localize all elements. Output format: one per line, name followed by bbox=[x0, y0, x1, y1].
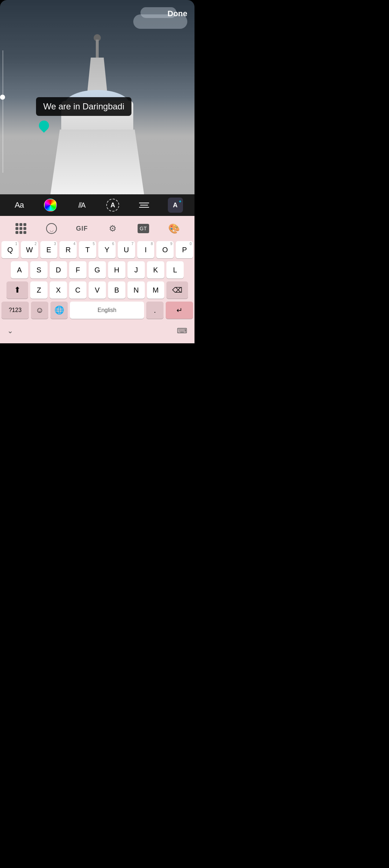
key-b[interactable]: B bbox=[108, 281, 125, 299]
sticker-button[interactable] bbox=[43, 220, 61, 238]
key-q[interactable]: Q1 bbox=[1, 241, 19, 258]
key-z[interactable]: Z bbox=[30, 281, 48, 299]
key-rows: Q1 W2 E3 R4 T5 Y6 U7 I8 O9 P0 A S D F G … bbox=[0, 241, 194, 319]
key-r[interactable]: R4 bbox=[59, 241, 77, 258]
key-a[interactable]: A bbox=[11, 261, 28, 279]
period-key[interactable]: . bbox=[146, 302, 164, 319]
opacity-slider-knob[interactable] bbox=[0, 95, 5, 100]
return-key[interactable]: ↵ bbox=[166, 302, 193, 319]
keyboard-area: GIF ⚙ GT 🎨 Q1 W2 E3 R4 T5 Y6 U7 bbox=[0, 216, 194, 343]
key-e[interactable]: E3 bbox=[40, 241, 58, 258]
key-x[interactable]: X bbox=[50, 281, 67, 299]
emoji-key[interactable]: ☺ bbox=[31, 302, 48, 319]
grid-icon bbox=[15, 223, 26, 234]
key-j[interactable]: J bbox=[128, 261, 145, 279]
color-picker-button[interactable] bbox=[41, 196, 60, 214]
keyboard-dismiss-icon[interactable]: ⌨ bbox=[177, 326, 187, 335]
key-row-2: A S D F G H J K L bbox=[1, 261, 193, 279]
key-t[interactable]: T5 bbox=[79, 241, 96, 258]
color-wheel-icon bbox=[44, 199, 57, 212]
chevron-down-icon[interactable]: ⌄ bbox=[7, 326, 13, 335]
aa-icon: Aa bbox=[15, 200, 24, 210]
opacity-slider-track bbox=[3, 50, 3, 173]
keyboard-bottom-bar: ⌄ ⌨ bbox=[0, 322, 194, 340]
backspace-key[interactable]: ⌫ bbox=[166, 281, 188, 299]
emoji-icon: ☺ bbox=[36, 306, 44, 315]
a-circle-icon: A bbox=[106, 199, 119, 212]
key-row-3: ⬆ Z X C V B N M ⌫ bbox=[1, 281, 193, 299]
key-v[interactable]: V bbox=[89, 281, 106, 299]
key-k[interactable]: K bbox=[147, 261, 164, 279]
gear-icon: ⚙ bbox=[109, 223, 117, 234]
shift-icon: ⬆ bbox=[14, 285, 21, 295]
key-i[interactable]: I8 bbox=[137, 241, 155, 258]
key-g[interactable]: G bbox=[89, 261, 106, 279]
period-label: . bbox=[154, 306, 156, 315]
apps-button[interactable] bbox=[12, 220, 30, 238]
key-o[interactable]: O9 bbox=[156, 241, 174, 258]
color-cursor[interactable] bbox=[39, 121, 49, 133]
key-c[interactable]: C bbox=[69, 281, 86, 299]
font-type-button[interactable]: //A bbox=[72, 196, 91, 214]
key-row-4: ?123 ☺ 🌐 English . ↵ bbox=[1, 302, 193, 319]
alignment-icon bbox=[139, 203, 149, 208]
photo-canvas[interactable]: Done We are in Daringbadi bbox=[0, 0, 194, 194]
globe-icon: 🌐 bbox=[54, 306, 64, 315]
space-key[interactable]: English bbox=[70, 302, 144, 319]
key-d[interactable]: D bbox=[50, 261, 67, 279]
translate-icon: GT bbox=[138, 224, 149, 233]
shift-key[interactable]: ⬆ bbox=[6, 281, 28, 299]
stupa-image bbox=[50, 79, 144, 194]
theme-button[interactable]: 🎨 bbox=[165, 220, 183, 238]
done-button[interactable]: Done bbox=[167, 9, 187, 18]
aplus-icon: A bbox=[168, 198, 183, 213]
language-label: English bbox=[98, 307, 116, 313]
text-toolbar: Aa //A A A bbox=[0, 194, 194, 216]
key-y[interactable]: Y6 bbox=[98, 241, 116, 258]
translate-button[interactable]: GT bbox=[134, 220, 152, 238]
alignment-button[interactable] bbox=[135, 196, 153, 214]
key-n[interactable]: N bbox=[128, 281, 145, 299]
face-icon bbox=[46, 223, 57, 234]
globe-key[interactable]: 🌐 bbox=[50, 302, 68, 319]
ai-text-button[interactable]: A bbox=[166, 196, 185, 214]
key-f[interactable]: F bbox=[69, 261, 86, 279]
numbers-label: ?123 bbox=[9, 307, 22, 313]
key-w[interactable]: W2 bbox=[21, 241, 38, 258]
backspace-icon: ⌫ bbox=[172, 286, 182, 294]
keyboard-icon-row: GIF ⚙ GT 🎨 bbox=[0, 216, 194, 241]
key-m[interactable]: M bbox=[147, 281, 164, 299]
font-style-button[interactable]: Aa bbox=[10, 196, 28, 214]
slash-icon: //A bbox=[78, 201, 85, 209]
gif-icon: GIF bbox=[76, 225, 88, 232]
key-u[interactable]: U7 bbox=[118, 241, 135, 258]
key-p[interactable]: P0 bbox=[176, 241, 193, 258]
settings-button[interactable]: ⚙ bbox=[104, 220, 122, 238]
return-icon: ↵ bbox=[176, 306, 183, 315]
palette-icon: 🎨 bbox=[168, 223, 180, 234]
gif-button[interactable]: GIF bbox=[73, 220, 91, 238]
key-row-1: Q1 W2 E3 R4 T5 Y6 U7 I8 O9 P0 bbox=[1, 241, 193, 258]
key-h[interactable]: H bbox=[108, 261, 125, 279]
key-s[interactable]: S bbox=[30, 261, 48, 279]
numbers-key[interactable]: ?123 bbox=[1, 302, 29, 319]
key-l[interactable]: L bbox=[166, 261, 184, 279]
text-overlay[interactable]: We are in Daringbadi bbox=[36, 97, 131, 116]
text-style-button[interactable]: A bbox=[103, 196, 122, 214]
